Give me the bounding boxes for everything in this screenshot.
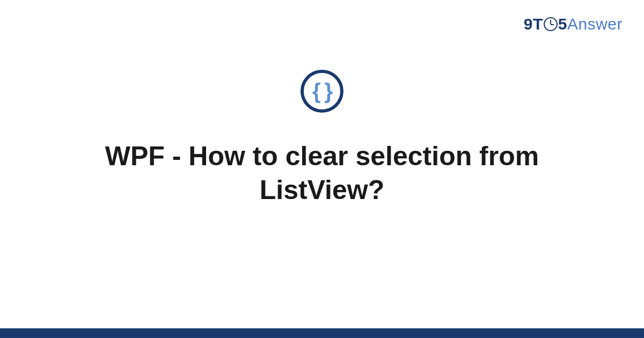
question-title: WPF - How to clear selection from ListVi… (54, 139, 590, 207)
logo-text-answer: Answer (567, 15, 623, 33)
main-content: { } WPF - How to clear selection from Li… (0, 70, 644, 207)
brand-logo[interactable]: 9T 5 Answer (524, 15, 623, 33)
code-braces-icon: { } (312, 80, 332, 102)
logo-text-5: 5 (558, 15, 567, 33)
footer-accent-bar (0, 328, 644, 338)
category-badge: { } (301, 70, 343, 113)
clock-icon (544, 17, 558, 31)
logo-text-9t: 9T (524, 15, 543, 33)
